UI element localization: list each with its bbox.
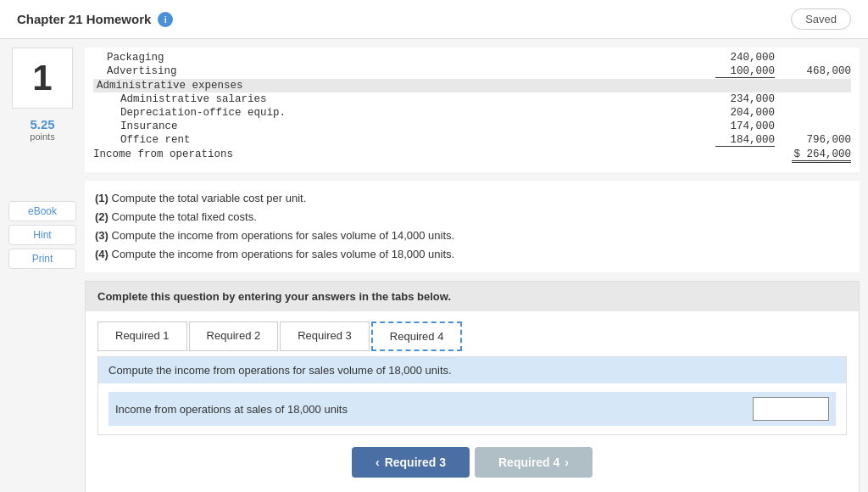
forward-arrow: › xyxy=(565,456,569,469)
question-number-box: 1 xyxy=(12,48,73,109)
hint-button[interactable]: Hint xyxy=(8,225,76,245)
tab-required-4[interactable]: Required 4 xyxy=(371,321,463,351)
question-box-body: Required 1 Required 2 Required 3 Require… xyxy=(86,311,859,492)
tab-required-3[interactable]: Required 3 xyxy=(280,321,370,351)
income-input[interactable] xyxy=(753,397,829,421)
tab-content-body: Income from operations at sales of 18,00… xyxy=(98,383,846,434)
table-row: Administrative salaries 234,000 xyxy=(93,92,851,106)
tabs-container: Required 1 Required 2 Required 3 Require… xyxy=(97,321,847,351)
table-section-header: Administrative expenses xyxy=(93,79,851,92)
table-row: Insurance 174,000 xyxy=(93,120,851,133)
tab-content: Compute the income from operations for s… xyxy=(97,356,847,435)
page-title: Chapter 21 Homework xyxy=(17,12,151,26)
tab-required-1[interactable]: Required 1 xyxy=(97,321,187,351)
points-value: 5.25 xyxy=(30,117,54,131)
header-title-container: Chapter 21 Homework i xyxy=(17,12,173,27)
back-button[interactable]: ‹ Required 3 xyxy=(352,447,470,478)
table-row: Income from operations $ 264,000 xyxy=(93,148,851,164)
instruction-2: (2) Compute the total fixed costs. xyxy=(95,208,849,226)
print-button[interactable]: Print xyxy=(8,249,76,269)
table-row: Advertising 100,000 468,000 xyxy=(93,64,851,79)
input-label: Income from operations at sales of 18,00… xyxy=(115,403,753,416)
back-label: Required 3 xyxy=(385,456,446,469)
header: Chapter 21 Homework i Saved xyxy=(0,0,868,39)
table-row: Packaging 240,000 xyxy=(93,51,851,64)
sidebar-buttons: eBook Hint Print xyxy=(8,201,76,269)
points-box: 5.25 points xyxy=(30,117,54,142)
instruction-4: (4) Compute the income from operations f… xyxy=(95,245,849,264)
back-arrow: ‹ xyxy=(376,456,380,469)
question-box-header: Complete this question by entering your … xyxy=(86,282,859,311)
instruction-1: (1) Compute the total variable cost per … xyxy=(95,189,849,208)
instruction-3: (3) Compute the income from operations f… xyxy=(95,226,849,245)
question-number: 1 xyxy=(32,58,52,98)
question-box: Complete this question by entering your … xyxy=(85,281,860,492)
bottom-nav: ‹ Required 3 Required 4 › xyxy=(97,435,847,486)
instructions: (1) Compute the total variable cost per … xyxy=(85,181,860,272)
table-row: Office rent 184,000 796,000 xyxy=(93,133,851,148)
tab-required-2[interactable]: Required 2 xyxy=(189,321,279,351)
content-area: Packaging 240,000 Advertising 100,000 46… xyxy=(85,48,860,492)
tab-content-header: Compute the income from operations for s… xyxy=(98,357,846,383)
points-label: points xyxy=(30,131,54,142)
financial-table: Packaging 240,000 Advertising 100,000 46… xyxy=(85,48,860,172)
input-row: Income from operations at sales of 18,00… xyxy=(108,392,836,426)
table-row: Depreciation-office equip. 204,000 xyxy=(93,106,851,120)
main-layout: 1 5.25 points eBook Hint Print Packaging… xyxy=(0,39,868,492)
forward-button[interactable]: Required 4 › xyxy=(475,447,593,478)
saved-badge: Saved xyxy=(791,8,851,30)
left-sidebar: 1 5.25 points eBook Hint Print xyxy=(8,48,76,492)
info-icon[interactable]: i xyxy=(158,12,173,27)
forward-label: Required 4 xyxy=(498,456,559,469)
ebook-button[interactable]: eBook xyxy=(8,201,76,221)
